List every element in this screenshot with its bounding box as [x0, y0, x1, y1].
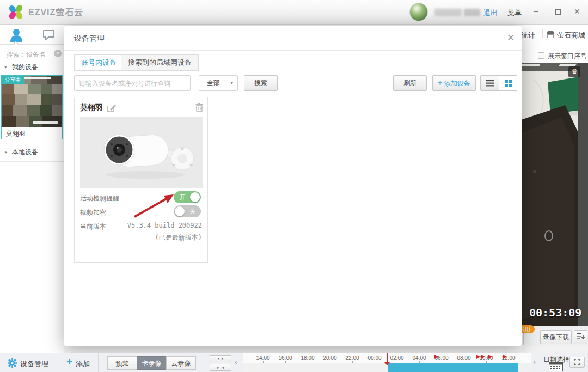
ezviz-logo-icon [8, 4, 24, 20]
store-icon [546, 31, 555, 38]
video-encrypt-label: 视频加密 [80, 208, 106, 217]
view-toggle-group [480, 75, 517, 91]
recording-download-button[interactable]: 录像下载 [540, 330, 572, 344]
toggle-on-text: 开 [180, 193, 186, 202]
collapsed-arrow-icon[interactable]: ▸ [5, 149, 8, 155]
motion-detect-label: 活动检测提醒 [80, 194, 119, 203]
divider [0, 145, 64, 145]
search-button[interactable]: 搜索 [244, 75, 278, 91]
list-view-button[interactable] [481, 76, 499, 90]
tab-lan-devices[interactable]: 搜索到的局域网设备 [121, 54, 199, 71]
tab-preview[interactable]: 预览 [107, 356, 137, 370]
expand-icon [574, 359, 580, 365]
filter-selected-value: 全部 [207, 76, 220, 90]
divider [0, 161, 64, 162]
bottom-toolbar: 设备管理 + 添加 预览卡录像云录像 ◂--▸ ▸--◂ ‹ 14:00 16:… [0, 353, 588, 372]
sidebar-tab-row [0, 25, 64, 45]
device-search-input[interactable] [74, 75, 191, 91]
maximize-button[interactable] [555, 9, 561, 15]
sidebar-device-item[interactable]: 分享中 莫翎羽 [1, 75, 63, 139]
device-management-modal: 设备管理 ✕ 账号内设备 搜索到的局域网设备 全部 ▾ 搜索 刷新 + 添加设备 [64, 26, 522, 346]
device-management-button[interactable]: 设备管理 [20, 359, 48, 369]
recording-segment [388, 363, 518, 372]
version-value: V5.3.4 build 200922 [127, 222, 202, 229]
playhead-arrow [384, 362, 390, 365]
my-devices-tab-icon[interactable] [10, 28, 23, 42]
sharing-status-badge: 分享中 [2, 76, 24, 84]
video-timestamp: 00:53:09 [529, 306, 586, 319]
event-flag-marker [488, 355, 492, 359]
expand-arrow-icon[interactable]: ▾ [4, 64, 7, 70]
messages-tab-icon[interactable] [42, 29, 55, 40]
divider [542, 29, 543, 38]
plus-icon: + [66, 356, 72, 368]
sidebar-search-input[interactable]: 搜索：设备名 [7, 50, 46, 59]
event-flag-marker [476, 355, 480, 359]
sidebar-device-name: 莫翎羽 [2, 127, 62, 139]
modal-title: 设备管理 [74, 34, 105, 44]
close-window-button[interactable]: ✕ [574, 8, 580, 16]
version-label: 当前版本 [80, 222, 106, 231]
title-bar: EZVIZ萤石云 退出 菜单 – ✕ [0, 0, 588, 25]
event-flag-marker [481, 355, 485, 359]
event-flag-marker [434, 355, 438, 359]
toggle-knob [175, 206, 185, 216]
video-side-strip [578, 63, 588, 326]
plus-icon: + [438, 78, 442, 87]
user-avatar[interactable] [409, 3, 428, 21]
divider [64, 50, 522, 51]
timeline-zoom-out-button[interactable]: ◂--▸ [210, 355, 231, 362]
sidebar-group-local-devices[interactable]: 本地设备 [12, 148, 38, 157]
menu-button[interactable]: 菜单 [507, 8, 522, 18]
playback-mode-tabs: 预览卡录像云录像 [108, 356, 196, 370]
sidebar-group-my-devices[interactable]: 我的设备 [12, 63, 38, 72]
video-encrypt-toggle[interactable]: 关 [174, 205, 201, 217]
add-device-button[interactable]: 添加 [76, 359, 90, 369]
logout-link[interactable]: 退出 [483, 8, 498, 18]
device-filter-select[interactable]: 全部 ▾ [199, 75, 238, 91]
show-window-number-label: 展示窗口序号 [548, 52, 587, 61]
timeline-zoom-in-button[interactable]: ▸--◂ [210, 364, 231, 371]
app-window: EZVIZ萤石云 退出 菜单 – ✕ 搜索：设备名 ✕ ▾ 我的设备 [0, 0, 588, 372]
timeline-next-button[interactable]: › [533, 356, 536, 367]
version-note: (已是最新版本) [155, 233, 202, 242]
list-view-icon [486, 80, 494, 87]
show-window-number-checkbox[interactable] [538, 52, 544, 59]
modal-close-icon[interactable]: ✕ [504, 32, 517, 45]
add-device-label: 添加设备 [444, 80, 470, 87]
crown-vip-icon: ♛ [568, 66, 580, 77]
toggle-knob [190, 192, 200, 202]
tab-cloud-recording[interactable]: 云录像 [166, 356, 196, 370]
delete-device-icon[interactable] [195, 103, 203, 112]
event-flag-marker [503, 355, 507, 359]
camera-illustration [80, 117, 203, 188]
motion-detect-toggle[interactable]: 开 [174, 191, 201, 203]
device-sidebar: 搜索：设备名 ✕ ▾ 我的设备 [0, 25, 64, 353]
grid-view-button[interactable] [499, 76, 517, 90]
download-list-button[interactable] [574, 330, 587, 344]
tab-card-recording[interactable]: 卡录像 [137, 356, 167, 370]
download-list-icon [577, 333, 585, 341]
timeline-prev-button[interactable]: ‹ [235, 356, 237, 367]
grid-view-icon [505, 80, 512, 87]
mall-link[interactable]: 萤石商城 [557, 31, 585, 40]
device-card: 莫翎羽 [74, 97, 208, 263]
fullscreen-timeline-button[interactable] [569, 357, 585, 368]
blurred-username [434, 9, 462, 16]
divider [98, 353, 99, 372]
tab-account-devices[interactable]: 账号内设备 [74, 54, 124, 71]
minimize-button[interactable]: – [534, 7, 538, 15]
app-logo-text: EZVIZ萤石云 [28, 7, 83, 19]
toggle-off-text: 关 [189, 208, 195, 216]
gear-icon [8, 358, 17, 368]
refresh-button[interactable]: 刷新 [393, 75, 427, 91]
device-card-name: 莫翎羽 [80, 103, 103, 113]
device-product-image [80, 117, 203, 188]
active-tab-pointer [13, 42, 19, 45]
add-device-button[interactable]: + 添加设备 [432, 75, 476, 91]
divider [0, 60, 64, 60]
calendar-icon[interactable] [549, 362, 563, 371]
blurred-username [464, 9, 480, 16]
edit-name-icon[interactable] [107, 104, 116, 112]
clear-search-icon[interactable]: ✕ [54, 50, 62, 57]
